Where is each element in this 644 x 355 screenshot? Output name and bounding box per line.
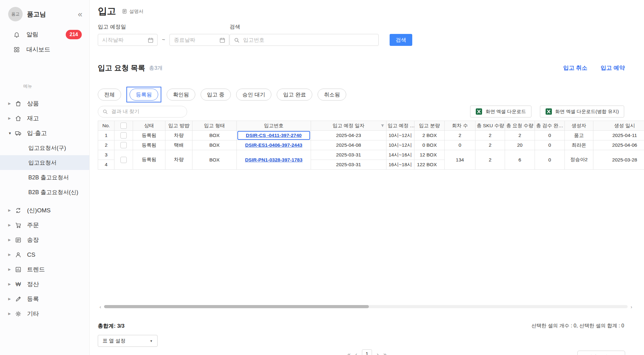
tab-cancelled[interactable]: 취소됨 [318, 89, 346, 101]
sidebar-item-inout[interactable]: ▼ 입·출고 [0, 126, 89, 140]
cell-status: 등록됨 [133, 150, 165, 170]
tab-registered[interactable]: 등록됨 [130, 89, 158, 101]
cell-no: 3 [98, 150, 114, 160]
cell-no: 2 [98, 140, 114, 150]
sidebar-item-label: 송장 [27, 236, 39, 244]
inbound-number-link[interactable]: DSIR-ES1-0406-397-2443 [245, 142, 303, 148]
tab-confirmed[interactable]: 확인됨 [167, 89, 195, 101]
cell-form: BOX [192, 131, 237, 140]
sidebar-item-notifications[interactable]: 알림 214 [0, 27, 89, 42]
last-page-button[interactable]: » [383, 351, 386, 355]
next-page-button[interactable]: › [377, 351, 379, 355]
prev-page-button[interactable]: ‹ [355, 351, 357, 355]
col-created-at: 생성 일시 [593, 121, 644, 131]
search-icon [234, 37, 240, 43]
page-size-select[interactable]: 20개씩 보기 ▼ [577, 351, 625, 355]
inbound-number-link[interactable]: DSIR-CS -0411-397-2740 [246, 133, 302, 138]
sidebar-subitem-b2b-outbound-new[interactable]: B2B 출고요청서(신) [0, 185, 89, 199]
column-settings-dropdown[interactable]: 표 열 설정 ▼ [98, 335, 158, 347]
bar-chart-icon [14, 266, 22, 273]
total-summary: 총합계: 3/3 [98, 322, 125, 330]
table-row: 1 등록됨 차량 BOX DSIR-CS -0411-397-2740 2025… [98, 131, 644, 140]
warehouse-icon [14, 115, 22, 122]
sidebar-subitem-b2b-outbound[interactable]: B2B 출고요청서 [0, 170, 89, 185]
document-icon [122, 8, 127, 14]
dashboard-icon [13, 46, 21, 53]
cell-select [114, 150, 133, 170]
cell-inspected-total: 0 [535, 140, 565, 150]
date-filter-label: 입고 예정일 [98, 23, 229, 30]
tab-pending-approval[interactable]: 승인 대기 [236, 89, 272, 101]
inbound-reserve-button[interactable]: 입고 예약 [601, 64, 625, 72]
sync-icon [14, 207, 22, 214]
tab-completed[interactable]: 입고 완료 [277, 89, 312, 101]
cell-form: BOX [192, 150, 237, 170]
sidebar-subitem-label: 입고요청서 [28, 159, 57, 167]
bell-icon [13, 31, 21, 38]
selection-summary: 선택한 셀의 개수 : 0, 선택한 셀의 합계 : 0 [531, 323, 624, 329]
row-checkbox[interactable] [120, 132, 127, 139]
sidebar-collapse-button[interactable]: « [78, 10, 82, 18]
row-checkbox[interactable] [120, 157, 127, 163]
search-button[interactable]: 검색 [390, 34, 412, 46]
filter-funnel-icon[interactable] [186, 124, 191, 128]
cell-requested-total: 2 [505, 131, 535, 140]
sidebar-item-products[interactable]: ▶ 상품 [0, 96, 89, 111]
excel-download-merged-button[interactable]: 화면 엑셀 다운로드(병합 유지) [540, 106, 625, 117]
excel-icon [545, 108, 552, 115]
result-search-input[interactable]: 결과 내 찾기 [98, 106, 187, 117]
filter-funnel-icon[interactable] [380, 124, 385, 128]
manual-link[interactable]: 설명서 [122, 8, 143, 14]
select-all-checkbox[interactable] [120, 123, 127, 129]
sidebar-item-oms[interactable]: ▶ (신)OMS [0, 203, 89, 218]
excel-download-label: 화면 엑셀 다운로드 [486, 109, 526, 115]
calendar-icon[interactable] [219, 37, 225, 43]
sidebar-subitem-inbound-request[interactable]: 입고요청서 [0, 155, 89, 170]
sidebar-item-inventory[interactable]: ▶ 재고 [0, 111, 89, 126]
scroll-left-icon[interactable]: ‹ [98, 304, 103, 309]
cell-created-at: 2025-04-11 [593, 131, 644, 140]
cell-quantity: 2 BOX [414, 131, 445, 140]
sidebar: 품고 품고님 « 알림 214 대시보드 메뉴 ▶ 상 [0, 0, 90, 355]
cell-rounds: 0 [445, 140, 475, 150]
scrollbar-track[interactable] [104, 305, 628, 308]
sidebar-subitem-label: 입고요청서(구) [28, 144, 66, 152]
sidebar-item-settlement[interactable]: ▶ ₩ 정산 [0, 277, 89, 292]
scrollbar-thumb[interactable] [104, 305, 369, 308]
tab-all[interactable]: 전체 [98, 89, 121, 101]
tab-inbounding[interactable]: 입고 중 [201, 89, 231, 101]
cell-method: 택배 [165, 140, 192, 150]
cell-form: BOX [192, 140, 237, 150]
search-input[interactable]: 입고번호 [230, 34, 379, 46]
start-date-input[interactable]: 시작날짜 [98, 34, 158, 46]
row-checkbox[interactable] [120, 142, 127, 148]
excel-download-button[interactable]: 화면 엑셀 다운로드 [470, 106, 531, 117]
table-header-row: No. 상태 입고 방법 입고 형태 입고번호 입고 예정 일자 [98, 121, 644, 131]
page-size-label: 20개씩 보기 [582, 354, 608, 355]
first-page-button[interactable]: « [347, 351, 351, 355]
sidebar-item-etc[interactable]: ▶ 기타 [0, 306, 89, 321]
scroll-right-icon[interactable]: › [629, 304, 634, 309]
chevron-right-icon: ▶ [8, 238, 14, 242]
horizontal-scrollbar: ‹ › [98, 304, 634, 309]
col-expected-time: 입고 예정 … [386, 121, 414, 131]
sidebar-header: 품고 품고님 « [0, 0, 89, 27]
sidebar-item-orders[interactable]: ▶ 주문 [0, 218, 89, 232]
sidebar-item-dashboard[interactable]: 대시보드 [0, 42, 89, 57]
cell-method: 차량 [165, 150, 192, 170]
end-date-input[interactable]: 종료날짜 [169, 34, 229, 46]
sidebar-item-trend[interactable]: ▶ 트렌드 [0, 262, 89, 277]
cell-requested-total: 20 [505, 140, 535, 150]
calendar-icon[interactable] [147, 37, 154, 43]
sidebar-item-cs[interactable]: ▶ CS [0, 247, 89, 262]
bag-icon [14, 100, 22, 107]
sidebar-subitem-inbound-request-old[interactable]: 입고요청서(구) [0, 140, 89, 155]
inbound-cancel-button[interactable]: 입고 취소 [563, 64, 587, 72]
inbound-number-link[interactable]: DSIR-PN1-0328-397-1783 [245, 157, 303, 162]
sidebar-item-invoice[interactable]: ▶ 송장 [0, 232, 89, 247]
avatar: 품고 [8, 7, 23, 21]
current-page[interactable]: 1 [362, 349, 372, 355]
sidebar-item-register[interactable]: ▶ 등록 [0, 292, 89, 306]
cart-icon [14, 222, 22, 229]
filter-bar: 입고 예정일 시작날짜 ~ 종료날짜 [98, 23, 644, 52]
